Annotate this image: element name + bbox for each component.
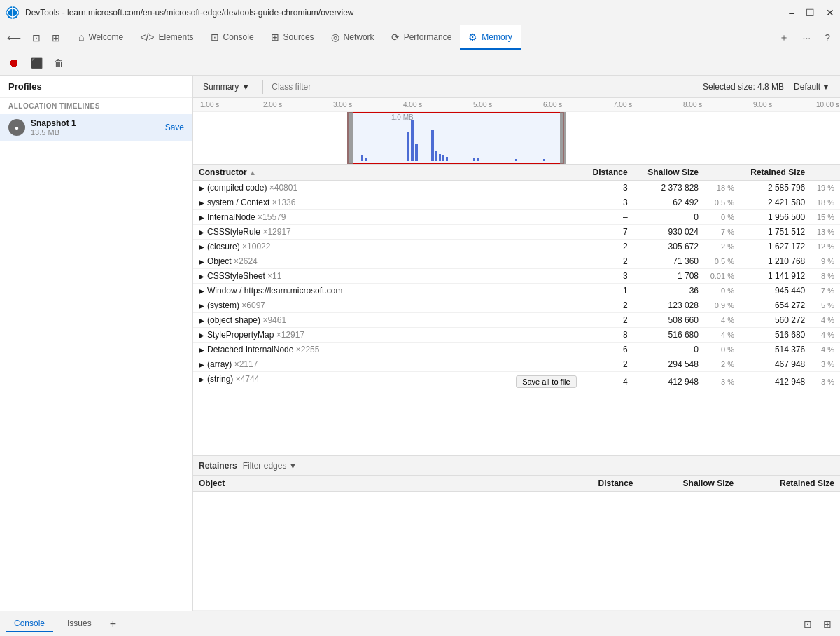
constructor-name: StylePropertyMap [207, 330, 274, 340]
minimize-btn[interactable]: – [789, 7, 794, 18]
retained-size-cell: 467 948 [740, 357, 811, 372]
chart-bar [435, 151, 438, 161]
network-icon: ◎ [331, 32, 340, 43]
table-row[interactable]: ▶(closure) ×100222305 6722 %1 627 17212 … [193, 240, 840, 254]
retained-pct-cell: 4 % [811, 328, 840, 343]
table-row[interactable]: ▶system / Context ×1336362 4920.5 %2 421… [193, 195, 840, 210]
constructor-count: ×4744 [236, 374, 260, 384]
settings-btn[interactable]: ⊞ [820, 616, 834, 632]
tab-network[interactable]: ◎ Network [323, 25, 383, 50]
ret-col-shallow[interactable]: Shallow Size [639, 476, 740, 492]
table-row[interactable]: ▶Object ×2624271 3600.5 %1 210 7689 % [193, 254, 840, 269]
table-row[interactable]: ▶CSSStyleRule ×129177930 0247 %1 751 512… [193, 225, 840, 240]
table-row[interactable]: ▶(array) ×21172294 5482 %467 9483 % [193, 357, 840, 372]
timeline-handle-right[interactable] [560, 112, 566, 165]
shallow-pct-cell: 0 % [704, 343, 740, 357]
default-label: Default [794, 82, 820, 92]
retained-pct-cell: 8 % [811, 269, 840, 284]
save-all-btn[interactable]: Save all to file [516, 375, 576, 388]
table-row[interactable]: ▶InternalNode ×15579–00 %1 956 50015 % [193, 210, 840, 225]
ret-col-retained[interactable]: Retained Size [739, 476, 840, 492]
allocation-timelines-label: ALLOCATION TIMELINES [0, 98, 192, 114]
chart-bar [477, 158, 479, 161]
retainers-label: Retainers [199, 461, 237, 471]
ret-col-object[interactable]: Object [193, 476, 589, 492]
col-header-retained[interactable]: Retained Size [740, 165, 811, 181]
tab-welcome[interactable]: ⌂ Welcome [70, 25, 132, 50]
help-btn[interactable]: ? [820, 29, 834, 46]
filter-edges-btn[interactable]: Filter edges ▼ [243, 461, 298, 471]
bottom-tab-issues[interactable]: Issues [59, 616, 100, 632]
clear-btn[interactable]: 🗑 [50, 55, 68, 71]
snapshot-size: 13.5 MB [31, 128, 160, 137]
window-controls[interactable]: – ☐ ✕ [789, 7, 834, 18]
distance-cell: 8 [584, 328, 634, 343]
shallow-pct-cell: 0.5 % [704, 195, 740, 210]
table-row[interactable]: ▶(compiled code) ×4080132 373 82818 %2 5… [193, 181, 840, 195]
more-tabs-btn[interactable]: ··· [799, 29, 816, 46]
retained-size-cell: 1 751 512 [740, 225, 811, 240]
table-row[interactable]: ▶StylePropertyMap ×129178516 6804 %516 6… [193, 328, 840, 343]
tab-console[interactable]: ⊡ Console [202, 25, 262, 50]
col-header-distance[interactable]: Distance [584, 165, 634, 181]
maximize-btn[interactable]: ☐ [806, 7, 815, 18]
back-btn[interactable]: ⟵ [3, 29, 25, 46]
tab-sources[interactable]: ⊞ Sources [262, 25, 323, 50]
default-dropdown[interactable]: Default ▼ [790, 81, 834, 93]
undock-btn[interactable]: ⊡ [801, 616, 815, 632]
tab-performance[interactable]: ⟳ Performance [383, 25, 461, 50]
content-toolbar: Summary ▼ Selected size: 4.8 MB Default … [193, 76, 840, 98]
retained-size-cell: 516 680 [740, 328, 811, 343]
tab-elements-label: Elements [159, 32, 194, 42]
add-panel-btn[interactable]: + [106, 616, 120, 632]
retainers-toolbar: Retainers Filter edges ▼ [193, 456, 840, 476]
bottom-tab-console[interactable]: Console [6, 616, 53, 632]
record-btn[interactable]: ⏺ [4, 54, 24, 72]
snapshot-item[interactable]: ● Snapshot 1 13.5 MB Save [0, 114, 192, 141]
bottom-right-controls: ⊡ ⊞ [801, 616, 834, 632]
distance-cell: 6 [584, 343, 634, 357]
tick-5: 5.00 s [473, 101, 492, 109]
retained-pct-cell: 12 % [811, 240, 840, 254]
toggle-drawer-btn[interactable]: ⊡ [28, 29, 45, 46]
retained-pct-cell: 13 % [811, 225, 840, 240]
ret-col-distance[interactable]: Distance [589, 476, 639, 492]
table-row[interactable]: ▶Window / https://learn.microsoft.com 13… [193, 284, 840, 298]
shallow-pct-cell: 3 % [704, 372, 740, 392]
close-btn[interactable]: ✕ [826, 7, 834, 18]
shallow-size-cell: 36 [634, 284, 704, 298]
window-title: DevTools - learn.microsoft.com/en-us/mic… [25, 8, 789, 18]
filter-edges-arrow: ▼ [288, 461, 297, 471]
timeline-handle-left[interactable] [347, 112, 353, 165]
table-row[interactable]: ▶(string) ×4744Save all to file4412 9483… [193, 372, 840, 392]
new-tab-btn[interactable]: ＋ [775, 29, 793, 47]
table-row[interactable]: ▶(object shape) ×94612508 6604 %560 2724… [193, 313, 840, 328]
table-row[interactable]: ▶CSSStyleSheet ×1131 7080.01 %1 141 9128… [193, 269, 840, 284]
stop-btn[interactable]: ⬛ [27, 55, 47, 71]
expand-arrow: ▶ [199, 258, 204, 265]
class-filter-input[interactable] [272, 82, 356, 92]
focus-mode-btn[interactable]: ⊞ [48, 29, 64, 46]
chart-bar [439, 154, 441, 161]
summary-dropdown[interactable]: Summary ▼ [199, 81, 254, 93]
memory-icon: ⚙ [468, 32, 477, 43]
save-snapshot-link[interactable]: Save [165, 123, 184, 132]
tab-memory[interactable]: ⚙ Memory [460, 25, 520, 50]
sources-icon: ⊞ [271, 32, 279, 43]
col-header-shallow[interactable]: Shallow Size [634, 165, 704, 181]
expand-arrow: ▶ [199, 272, 204, 280]
tab-elements[interactable]: </> Elements [132, 25, 202, 50]
retained-size-cell: 514 376 [740, 343, 811, 357]
tab-network-label: Network [344, 32, 374, 42]
col-header-constructor[interactable]: Constructor ▲ [193, 165, 584, 181]
retainers-empty-cell [193, 492, 840, 611]
timeline-container[interactable]: 1.00 s 2.00 s 3.00 s 4.00 s 5.00 s 6.00 … [193, 98, 840, 165]
table-row[interactable]: ▶Detached InternalNode ×2255600 %514 376… [193, 343, 840, 357]
table-row[interactable]: ▶(system) ×60972123 0280.9 %654 2725 % [193, 298, 840, 313]
distance-cell: 7 [584, 225, 634, 240]
timeline-chart[interactable]: 1.0 MB [193, 112, 840, 165]
shallow-pct-cell: 0.01 % [704, 269, 740, 284]
summary-label: Summary [203, 82, 239, 92]
performance-icon: ⟳ [391, 32, 400, 43]
tick-8: 8.00 s [683, 101, 702, 109]
